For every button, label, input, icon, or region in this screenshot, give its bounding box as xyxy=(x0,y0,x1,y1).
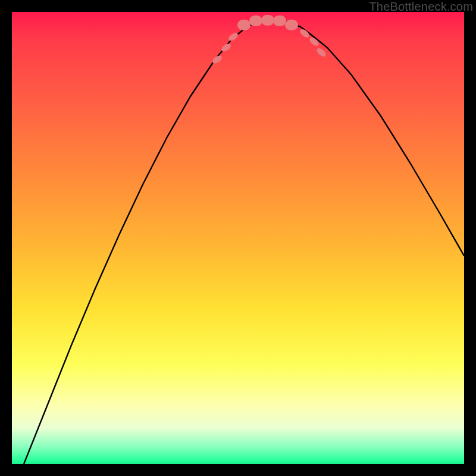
chart-frame: TheBottleneck.com xyxy=(0,0,476,476)
marker-lozenge xyxy=(273,15,286,26)
bottleneck-curve xyxy=(24,20,464,464)
curve-layer xyxy=(12,12,464,464)
marker-lozenge xyxy=(249,15,262,26)
plot-area xyxy=(12,12,464,464)
marker-lozenge xyxy=(227,32,239,43)
marker-lozenge xyxy=(237,20,250,30)
marker-lozenge xyxy=(315,46,327,58)
marker-cluster xyxy=(211,15,327,65)
marker-lozenge xyxy=(285,20,298,30)
marker-lozenge xyxy=(261,15,274,26)
